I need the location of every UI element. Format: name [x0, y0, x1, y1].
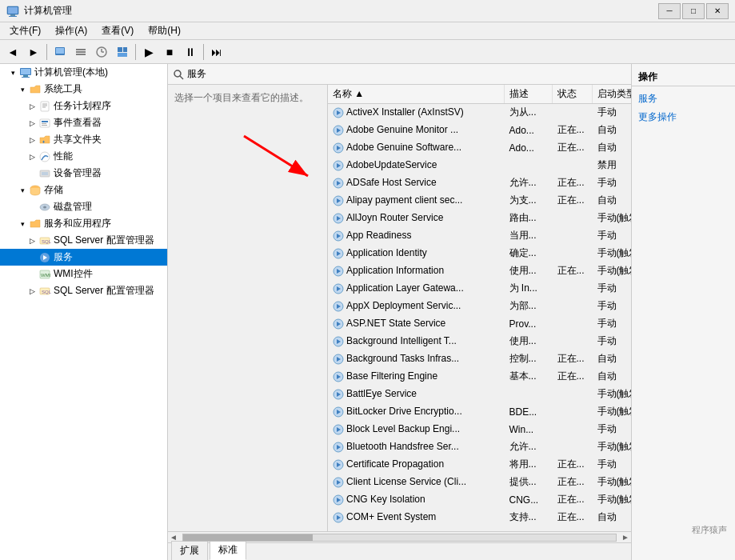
sidebar-task-scheduler[interactable]: ▷ 任务计划程序: [0, 98, 167, 114]
expand-icon: ▷: [26, 119, 38, 127]
sidebar-root[interactable]: ▾ 计算机管理(本地): [0, 64, 167, 81]
table-row[interactable]: BitLocker Drive Encryptio...BDE...手动(触发.…: [328, 403, 631, 421]
sidebar-services[interactable]: 服务: [0, 249, 167, 266]
service-desc-cell: 支持...: [504, 509, 552, 526]
forward-button[interactable]: ►: [24, 42, 43, 62]
service-status-cell: 正在...: [552, 192, 592, 210]
service-name-cell: Application Identity: [328, 245, 504, 262]
toolbar-sep-2: [135, 44, 136, 60]
sidebar-systemtools-label: 系统工具: [44, 82, 82, 96]
service-name-cell: ActiveX Installer (AxInstSV): [328, 104, 504, 122]
sidebar-wmi-label: WMI控件: [54, 267, 93, 281]
table-row[interactable]: AdobeUpdateService禁用本: [328, 157, 631, 174]
toolbar-icon-3[interactable]: [92, 42, 111, 62]
sql-icon-2: SQL: [38, 285, 51, 298]
service-name-cell: BattlEye Service: [328, 386, 504, 403]
sidebar-performance[interactable]: ▷ 性能: [0, 148, 167, 165]
sidebar-storage[interactable]: ▾ 存储: [0, 182, 167, 198]
col-header-startup[interactable]: 启动类型: [592, 85, 631, 104]
sidebar-system-tools[interactable]: ▾ 系统工具: [0, 81, 167, 98]
sidebar-device-manager[interactable]: 设备管理器: [0, 165, 167, 182]
stop-button[interactable]: ■: [160, 42, 179, 62]
service-startup-cell: 手动(触发...: [592, 474, 631, 491]
table-row[interactable]: Alipay payment client sec...为支...正在...自动…: [328, 192, 631, 210]
table-row[interactable]: COM+ Event System支持...正在...自动本: [328, 509, 631, 526]
scroll-track[interactable]: [182, 534, 617, 542]
col-header-name[interactable]: 名称 ▲: [328, 85, 504, 104]
menu-action[interactable]: 操作(A): [49, 22, 94, 39]
table-row[interactable]: Background Tasks Infras...控制...正在...自动本: [328, 350, 631, 368]
service-desc-cell: 允许...: [504, 174, 552, 192]
sidebar-sql-config-2[interactable]: ▷ SQL SQL Server 配置管理器: [0, 282, 167, 299]
pause-button[interactable]: ⏸: [181, 42, 200, 62]
table-row[interactable]: Client License Service (Cli...提供...正在...…: [328, 474, 631, 491]
scroll-thumb[interactable]: [183, 534, 313, 541]
service-row-icon: [333, 125, 344, 136]
service-desc-cell: 确定...: [504, 245, 552, 262]
tab-standard[interactable]: 标准: [210, 540, 246, 560]
svg-rect-18: [22, 77, 30, 78]
toolbar-icon-4[interactable]: [113, 42, 132, 62]
sidebar-disk-management[interactable]: 磁盘管理: [0, 198, 167, 215]
table-row[interactable]: Block Level Backup Engi...Win...手动本: [328, 421, 631, 438]
back-button[interactable]: ◄: [3, 42, 22, 62]
table-row[interactable]: Bluetooth Handsfree Ser...允许...手动(触发...本: [328, 438, 631, 456]
table-row[interactable]: Certificate Propagation将用...正在...手动本: [328, 456, 631, 474]
service-desc-cell: CNG...: [504, 491, 552, 509]
svg-point-33: [43, 206, 46, 208]
actions-title: 操作: [632, 67, 735, 86]
service-status-cell: 正在...: [552, 456, 592, 474]
bottom-tabs: 扩展 标准: [168, 542, 631, 560]
sidebar-sqlconfig1-label: SQL Server 配置管理器: [54, 234, 154, 247]
table-row[interactable]: Application Identity确定...手动(触发...本: [328, 245, 631, 262]
service-desc-cell: Win...: [504, 421, 552, 438]
maximize-button[interactable]: □: [682, 3, 705, 19]
service-desc-cell: 当用...: [504, 227, 552, 245]
table-row[interactable]: Background Intelligent T...使用...手动本: [328, 333, 631, 350]
service-row-icon: [333, 213, 344, 224]
table-row[interactable]: Application Layer Gatewa...为 In...手动本: [328, 280, 631, 298]
table-row[interactable]: ADSafe Host Service允许...正在...手动本: [328, 174, 631, 192]
svg-rect-26: [42, 125, 47, 126]
table-row[interactable]: App Readiness当用...手动本: [328, 227, 631, 245]
service-row-icon: [333, 459, 344, 470]
menu-help[interactable]: 帮助(H): [142, 22, 187, 39]
table-row[interactable]: Adobe Genuine Software...Ado...正在...自动本: [328, 139, 631, 157]
menu-bar: 文件(F) 操作(A) 查看(V) 帮助(H): [0, 22, 735, 40]
toolbar-icon-1[interactable]: [50, 42, 70, 62]
service-status-cell: 正在...: [552, 474, 592, 491]
toolbar-icon-2[interactable]: [71, 42, 90, 62]
service-list-container[interactable]: 名称 ▲ 描述 状态 启动类型 登 ActiveX Installer (AxI…: [328, 85, 631, 531]
table-row[interactable]: CNG Key IsolationCNG...正在...手动(触发...本: [328, 491, 631, 509]
svg-rect-30: [42, 172, 48, 175]
table-row[interactable]: Base Filtering Engine基本...正在...自动本: [328, 368, 631, 386]
table-row[interactable]: AllJoyn Router Service路由...手动(触发...本: [328, 210, 631, 227]
table-row[interactable]: Application Information使用...正在...手动(触发..…: [328, 262, 631, 280]
sidebar-event-viewer[interactable]: ▷ 事件查看器: [0, 114, 167, 131]
table-row[interactable]: ActiveX Installer (AxInstSV)为从...手动本: [328, 104, 631, 122]
service-startup-cell: 手动: [592, 456, 631, 474]
sidebar-shared-folders[interactable]: ▷ ♦ 共享文件夹: [0, 131, 167, 148]
play-button[interactable]: ▶: [139, 42, 158, 62]
sidebar-wmi[interactable]: WMI WMI控件: [0, 266, 167, 282]
table-row[interactable]: AppX Deployment Servic...为部...手动本: [328, 298, 631, 315]
menu-file[interactable]: 文件(F): [3, 22, 47, 39]
action-more[interactable]: 更多操作: [632, 108, 735, 126]
sidebar-services-apps[interactable]: ▾ 服务和应用程序: [0, 215, 167, 232]
table-row[interactable]: ASP.NET State ServiceProv...手动网: [328, 315, 631, 333]
minimize-button[interactable]: ─: [658, 3, 681, 19]
service-pane: 选择一个项目来查看它的描述。 名称 ▲ 描述 状态 启动类型 登: [168, 85, 631, 531]
table-row[interactable]: BattlEye Service手动(触发...本: [328, 386, 631, 403]
service-status-cell: 正在...: [552, 491, 592, 509]
col-header-desc[interactable]: 描述: [504, 85, 552, 104]
menu-view[interactable]: 查看(V): [95, 22, 140, 39]
scroll-right-btn[interactable]: ►: [620, 533, 631, 542]
action-services[interactable]: 服务: [632, 90, 735, 108]
col-header-status[interactable]: 状态: [552, 85, 592, 104]
horizontal-scrollbar[interactable]: ◄ ►: [168, 531, 631, 542]
table-row[interactable]: Adobe Genuine Monitor ...Ado...正在...自动本: [328, 122, 631, 139]
step-button[interactable]: ⏭: [207, 42, 226, 62]
sidebar-sql-config-1[interactable]: ▷ SQL SQL Server 配置管理器: [0, 232, 167, 249]
close-button[interactable]: ✕: [706, 3, 729, 19]
tab-extended[interactable]: 扩展: [171, 541, 208, 560]
